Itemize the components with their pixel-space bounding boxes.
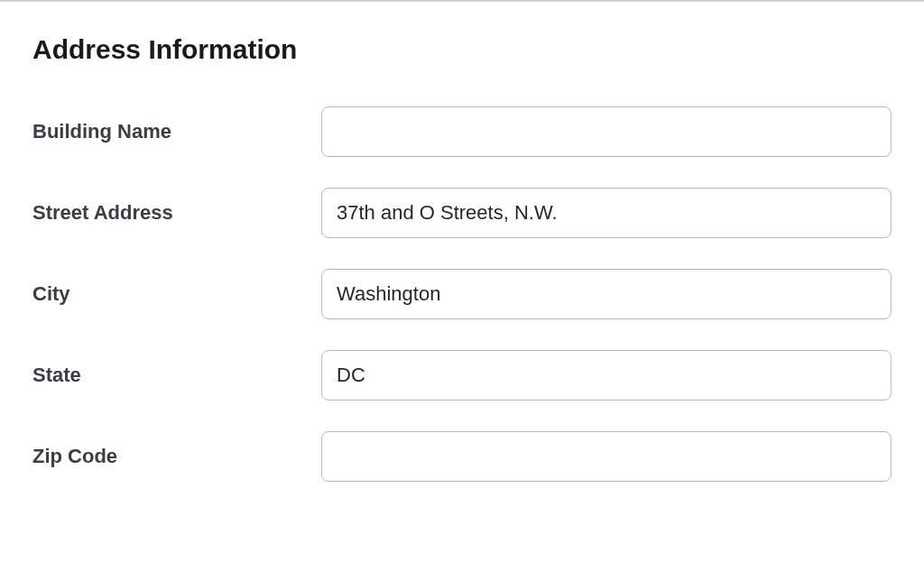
state-input[interactable] bbox=[321, 350, 892, 401]
street-address-label: Street Address bbox=[32, 201, 321, 225]
form-row-street-address: Street Address bbox=[32, 188, 892, 238]
street-address-input[interactable] bbox=[321, 188, 892, 238]
city-input[interactable] bbox=[321, 269, 892, 319]
form-row-state: State bbox=[32, 350, 892, 401]
building-name-label: Building Name bbox=[32, 120, 321, 143]
form-row-city: City bbox=[32, 269, 892, 319]
zip-code-label: Zip Code bbox=[32, 445, 321, 468]
form-row-zip-code: Zip Code bbox=[32, 431, 892, 482]
city-label: City bbox=[32, 282, 321, 306]
state-label: State bbox=[32, 364, 321, 387]
building-name-input[interactable] bbox=[321, 106, 892, 157]
zip-code-input[interactable] bbox=[321, 431, 892, 482]
section-title: Address Information bbox=[32, 34, 892, 65]
form-row-building-name: Building Name bbox=[32, 106, 892, 157]
